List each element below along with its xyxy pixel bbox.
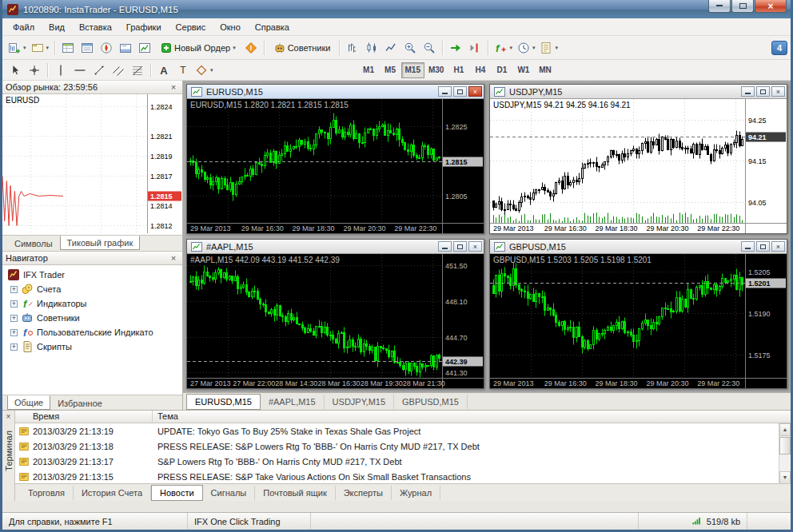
chart-maximize-button[interactable] [756, 86, 770, 97]
chart-tab[interactable]: #AAPL,M15 [261, 395, 325, 409]
tick-chart[interactable]: 1.28241.28211.28191.28171.28141.28121.28… [2, 94, 182, 236]
channel-tool[interactable] [109, 61, 128, 80]
terminal-tab[interactable]: Почтовый ящик [255, 486, 335, 500]
indicators-button[interactable]: f▾ [492, 38, 515, 58]
chart-window-titlebar[interactable]: USDJPY,M15 × [490, 85, 787, 99]
expand-icon[interactable]: + [10, 286, 18, 293]
menu-item-2[interactable]: Вставка [72, 20, 119, 34]
timeframe-m30[interactable]: M30 [424, 62, 448, 78]
data-window-toggle[interactable] [78, 38, 97, 58]
navigator-tab[interactable]: Избранное [50, 396, 110, 411]
menu-item-4[interactable]: Сервис [169, 20, 213, 34]
candlestick-mode-button[interactable] [362, 38, 381, 58]
chart-minimize-button[interactable] [438, 86, 452, 97]
text-label-tool[interactable]: T [173, 61, 193, 80]
chart-close-button[interactable]: × [771, 86, 785, 97]
timeframe-m5[interactable]: M5 [380, 62, 401, 78]
crosshair-tool[interactable] [25, 61, 44, 80]
terminal-tab[interactable]: Сигналы [203, 486, 256, 500]
terminal-toggle[interactable] [116, 38, 135, 58]
scroll-down-icon[interactable]: ▼ [779, 471, 791, 484]
text-tool[interactable]: A [154, 61, 173, 80]
tree-item[interactable]: +fИндикаторы [4, 296, 181, 311]
chart-window-titlebar[interactable]: EURUSD,M15 × [187, 85, 484, 99]
chart-minimize-button[interactable] [741, 241, 755, 252]
timeframe-m1[interactable]: M1 [358, 62, 380, 78]
scrollbar-thumb[interactable] [779, 437, 791, 455]
new-chart-button[interactable]: ▾ [6, 38, 29, 58]
profiles-button[interactable]: ▾ [29, 38, 52, 58]
navigator-toggle[interactable] [97, 38, 116, 58]
market-watch-tab[interactable]: Символы [7, 236, 60, 251]
expert-advisors-button[interactable]: Советники [268, 38, 337, 58]
news-row[interactable]: 2013/03/29 21:13:17S&P Lowers Rtg To 'BB… [15, 454, 791, 469]
tree-item[interactable]: +Скрипты [4, 339, 181, 354]
tree-item[interactable]: +Счета [4, 282, 181, 296]
menu-item-3[interactable]: Графики [119, 20, 169, 34]
market-watch-tab[interactable]: Тиковый график [60, 236, 141, 250]
terminal-tab[interactable]: Журнал [392, 486, 440, 500]
terminal-tab[interactable]: Эксперты [336, 486, 392, 500]
column-header-subject[interactable]: Тема [153, 411, 791, 423]
expand-icon[interactable]: + [10, 343, 18, 351]
column-header-time[interactable]: Время [15, 411, 153, 423]
chart-close-button[interactable]: × [771, 241, 785, 252]
expand-icon[interactable]: + [10, 300, 18, 308]
news-row[interactable]: 2013/03/29 21:13:18PRESS RELEASE: S&P Lo… [15, 439, 791, 454]
chart-maximize-button[interactable] [453, 86, 467, 97]
navigator-tab[interactable]: Общие [7, 395, 50, 410]
timeframe-w1[interactable]: W1 [512, 62, 534, 78]
scrollbar-track[interactable] [779, 436, 791, 471]
chart-close-button[interactable]: × [468, 241, 482, 252]
chart-minimize-button[interactable] [438, 241, 452, 252]
maximize-button[interactable] [731, 0, 754, 13]
periods-button[interactable]: ▾ [515, 38, 538, 58]
zoom-in-button[interactable] [400, 38, 420, 58]
timeframe-h4[interactable]: H4 [469, 62, 491, 78]
terminal-tab[interactable]: Новости [151, 485, 203, 501]
new-order-button[interactable]: Новый Ордер▾ [154, 38, 241, 58]
news-row[interactable]: 2013/03/29 21:13:15PRESS RELEASE: S&P Ta… [15, 469, 791, 483]
market-watch-toggle[interactable] [58, 38, 78, 58]
chart-maximize-button[interactable] [756, 241, 770, 252]
chart-tab[interactable]: GBPUSD,M15 [394, 395, 468, 409]
minimize-button[interactable] [708, 0, 731, 13]
expand-icon[interactable]: + [10, 329, 18, 336]
news-alert-button[interactable]: ! [241, 38, 261, 58]
timeframe-d1[interactable]: D1 [491, 62, 512, 78]
vertical-line-tool[interactable] [51, 61, 70, 80]
shapes-dropdown[interactable]: ▾ [193, 61, 216, 80]
news-row[interactable]: 2013/03/29 21:13:19UPDATE: Tokyo Gas To … [15, 423, 791, 439]
menu-item-0[interactable]: Файл [6, 20, 42, 34]
scroll-up-icon[interactable]: ▲ [779, 423, 791, 436]
timeframe-mn[interactable]: MN [534, 62, 556, 78]
chart-tab[interactable]: EURUSD,M15 [186, 394, 261, 410]
menu-item-5[interactable]: Окно [213, 20, 248, 34]
bar-chart-mode-button[interactable] [343, 38, 362, 58]
zoom-out-button[interactable] [420, 38, 439, 58]
trendline-tool[interactable] [90, 61, 109, 80]
charts-counter-button[interactable]: 4 [771, 41, 787, 55]
tree-item[interactable]: +Советники [4, 311, 181, 325]
terminal-scrollbar[interactable]: ▲ ▼ [779, 423, 791, 484]
strategy-tester-toggle[interactable] [135, 38, 154, 58]
line-chart-mode-button[interactable] [381, 38, 400, 58]
menu-item-1[interactable]: Вид [42, 20, 72, 34]
auto-scroll-toggle[interactable] [446, 38, 465, 58]
close-button[interactable]: × [755, 0, 787, 13]
expand-icon[interactable]: + [10, 315, 18, 322]
timeframe-m15[interactable]: M15 [401, 62, 424, 78]
chart-tab[interactable]: USDJPY,M15 [325, 395, 394, 409]
title-bar[interactable]: 1020890: InstaTrader - EURUSD,M15 × [2, 0, 791, 18]
horizontal-line-tool[interactable] [70, 61, 90, 80]
cursor-tool[interactable] [6, 61, 25, 80]
tree-item[interactable]: IFX Trader [4, 268, 181, 282]
chart-minimize-button[interactable] [741, 86, 755, 97]
chart-canvas-gbpusd[interactable]: 1.52051.51901.51751.520129 Mar 201329 Ma… [490, 254, 787, 388]
chart-canvas-aapl[interactable]: 451.50448.10444.70441.30442.3927 Mar 201… [187, 254, 484, 388]
chart-shift-toggle[interactable] [465, 38, 484, 58]
chart-window-titlebar[interactable]: #AAPL,M15 × [187, 240, 484, 254]
terminal-close-icon[interactable]: × [6, 412, 11, 421]
timeframe-h1[interactable]: H1 [448, 62, 469, 78]
chart-maximize-button[interactable] [453, 241, 467, 252]
